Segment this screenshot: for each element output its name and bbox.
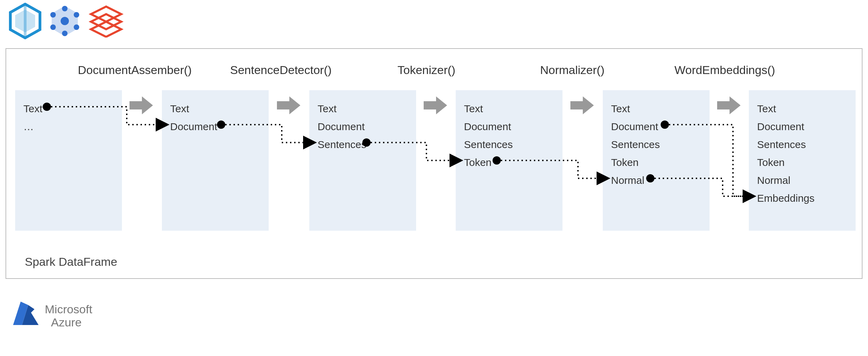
- field: Text: [318, 100, 408, 118]
- step-box-4: Text Document Sentences Token Normal: [603, 90, 710, 231]
- step-title-2: SentenceDetector(): [230, 63, 332, 77]
- field: Sentences: [757, 136, 847, 154]
- field: Normal: [757, 171, 847, 189]
- brand-line-1: Microsoft: [45, 303, 92, 316]
- azure-brand-text: Microsoft Azure: [45, 303, 92, 329]
- field: Embeddings: [757, 189, 847, 207]
- databricks-icon: [88, 4, 124, 38]
- step-title-4: Normalizer(): [540, 63, 604, 77]
- svg-point-7: [74, 24, 79, 30]
- svg-point-5: [62, 6, 68, 11]
- field: Text: [464, 100, 554, 118]
- step-box-3: Text Document Sentences Token: [456, 90, 562, 231]
- brand-line-2: Azure: [45, 316, 92, 329]
- synapse-icon: [9, 3, 41, 39]
- field: Document: [318, 118, 408, 136]
- step-box-2: Text Document Sentences: [309, 90, 416, 231]
- step-title-3: Tokenizer(): [397, 63, 455, 77]
- field: Document: [464, 118, 554, 136]
- svg-point-10: [50, 12, 56, 18]
- svg-point-6: [74, 12, 79, 18]
- field: Text: [757, 100, 847, 118]
- arrow-icon: [130, 96, 155, 114]
- field: Token: [464, 154, 554, 171]
- svg-point-8: [62, 31, 68, 36]
- field: Text: [611, 100, 701, 118]
- field: Document: [170, 118, 260, 136]
- azure-brand: Microsoft Azure: [10, 299, 92, 332]
- field: Text: [170, 100, 260, 118]
- field: Sentences: [318, 136, 408, 154]
- field: Token: [611, 154, 701, 171]
- azure-icon: [10, 299, 41, 332]
- step-title-5: WordEmbeddings(): [674, 63, 775, 77]
- step-box-5: Text Document Sentences Token Normal Emb…: [749, 90, 856, 231]
- arrow-icon: [424, 96, 449, 114]
- field: Text: [23, 100, 114, 118]
- field: Sentences: [611, 136, 701, 154]
- step-title-1: DocumentAssember(): [78, 63, 192, 77]
- step-box-0: Text …: [15, 90, 122, 231]
- svg-point-4: [61, 17, 69, 25]
- field: Document: [757, 118, 847, 136]
- field: …: [23, 118, 114, 136]
- diagram-canvas: DocumentAssember() SentenceDetector() To…: [0, 0, 868, 356]
- arrow-icon: [717, 96, 743, 114]
- step-box-1: Text Document: [162, 90, 269, 231]
- arrow-icon: [570, 96, 596, 114]
- pipeline-frame: DocumentAssember() SentenceDetector() To…: [6, 48, 862, 279]
- svg-point-9: [50, 24, 56, 30]
- frame-label: Spark DataFrame: [25, 255, 117, 269]
- field: Sentences: [464, 136, 554, 154]
- hdinsight-icon: [48, 4, 82, 38]
- field: Token: [757, 154, 847, 171]
- field: Normal: [611, 171, 701, 189]
- field: Document: [611, 118, 701, 136]
- flow-connectors: [6, 49, 863, 280]
- arrow-icon: [277, 96, 302, 114]
- top-icons: [9, 3, 124, 39]
